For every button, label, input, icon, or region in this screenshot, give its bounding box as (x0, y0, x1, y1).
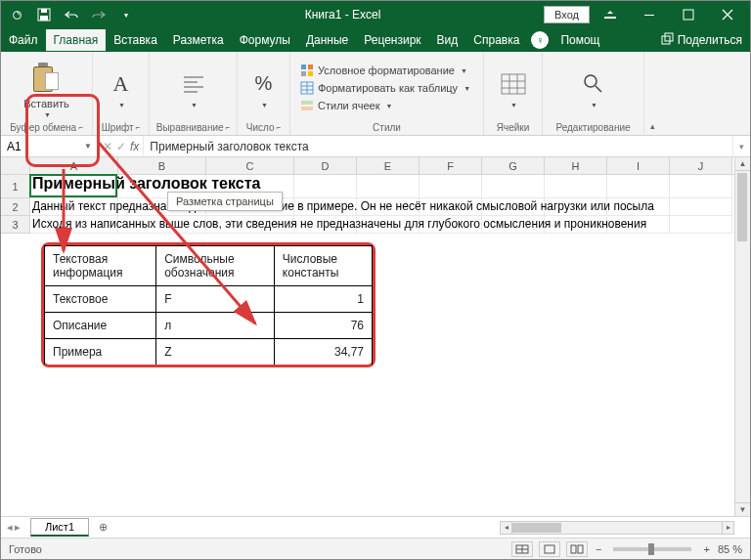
svg-rect-6 (684, 10, 693, 20)
paste-button[interactable]: Вставить ▼ (20, 57, 73, 120)
row-header[interactable]: 1 (1, 175, 30, 198)
sheet-nav[interactable]: ◂▸ (1, 521, 26, 534)
table-cell: Описание (45, 313, 156, 339)
window-title: Книга1 - Excel (142, 8, 544, 22)
tab-insert[interactable]: Вставка (106, 29, 165, 51)
svg-rect-15 (301, 71, 306, 76)
undo-icon[interactable] (62, 5, 81, 24)
horizontal-scrollbar[interactable]: ◂ ▸ (500, 521, 734, 535)
col-header[interactable]: I (607, 157, 670, 174)
alignment-button[interactable]: ▼ (174, 66, 213, 110)
zoom-slider[interactable] (613, 547, 691, 551)
scroll-thumb[interactable] (512, 523, 561, 533)
cell-styles-icon (300, 99, 314, 112)
page-layout-view-button[interactable] (539, 541, 560, 557)
svg-rect-13 (301, 65, 306, 69)
tab-data[interactable]: Данные (298, 29, 356, 51)
name-box[interactable]: A1▼ (1, 136, 99, 156)
col-header[interactable]: H (545, 157, 607, 174)
tab-formulas[interactable]: Формулы (232, 29, 298, 51)
tab-help[interactable]: Справка (465, 29, 527, 51)
row-header[interactable]: 2 (1, 198, 30, 216)
close-button[interactable] (709, 1, 746, 28)
col-header[interactable]: F (420, 157, 482, 174)
svg-rect-5 (644, 15, 654, 16)
chevron-down-icon[interactable]: ▼ (84, 142, 92, 151)
dialog-launcher-icon[interactable]: ⌐ (136, 123, 141, 132)
font-button[interactable]: A▼ (102, 66, 141, 110)
align-icon (178, 68, 209, 100)
tab-review[interactable]: Рецензирк (356, 29, 428, 51)
formula-bar[interactable]: Примерный заголовок текста (144, 136, 732, 156)
login-button[interactable]: Вход (544, 6, 590, 23)
tab-home[interactable]: Главная (46, 29, 107, 51)
col-header[interactable]: A (30, 157, 118, 174)
col-header[interactable]: G (482, 157, 545, 174)
fx-icon[interactable]: fx (130, 140, 139, 153)
qat-dropdown-icon[interactable]: ▾ (116, 5, 136, 24)
svg-rect-22 (301, 107, 313, 110)
page-break-view-button[interactable] (566, 541, 588, 557)
table-header: Текстовая информация (45, 246, 156, 286)
dialog-launcher-icon[interactable]: ⌐ (226, 123, 231, 132)
tab-file[interactable]: Файл (1, 29, 46, 51)
col-header[interactable]: D (294, 157, 357, 174)
scroll-thumb[interactable] (737, 173, 747, 241)
expand-formula-bar-button[interactable]: ▾ (732, 136, 750, 156)
cells-icon (498, 68, 529, 100)
scroll-right-icon[interactable]: ▸ (722, 522, 733, 534)
cell-styles-button[interactable]: Стили ячеек▼ (296, 98, 477, 113)
add-sheet-button[interactable]: ⊕ (93, 518, 112, 538)
cells-button[interactable]: ▼ (494, 66, 533, 110)
svg-rect-4 (604, 17, 616, 19)
tab-tellme[interactable]: Помощ (552, 29, 607, 51)
col-header[interactable]: E (357, 157, 420, 174)
select-all-corner[interactable] (1, 157, 30, 174)
minimize-button[interactable] (631, 1, 668, 28)
table-cell: 76 (274, 313, 372, 339)
col-header[interactable]: J (670, 157, 732, 174)
tab-layout[interactable]: Разметка (165, 29, 232, 51)
svg-rect-37 (578, 545, 583, 553)
table-cell: F (156, 286, 275, 313)
share-button[interactable]: Поделиться (652, 32, 750, 49)
scroll-up-icon[interactable]: ▲ (735, 157, 750, 171)
dialog-launcher-icon[interactable]: ⌐ (277, 123, 282, 132)
normal-view-button[interactable] (511, 541, 533, 557)
conditional-formatting-button[interactable]: Условное форматирование▼ (296, 63, 477, 78)
col-header[interactable]: C (206, 157, 294, 174)
number-button[interactable]: %▼ (244, 66, 284, 110)
row-header[interactable]: 3 (1, 216, 30, 234)
zoom-level[interactable]: 85 % (718, 543, 742, 555)
svg-rect-36 (571, 545, 576, 553)
sheet-tab[interactable]: Лист1 (30, 518, 89, 537)
svg-rect-23 (502, 74, 525, 94)
enter-formula-icon[interactable]: ✓ (116, 140, 126, 153)
cell-a2: Данный текст предназначен для использова… (32, 199, 654, 213)
status-ready: Готово (9, 543, 42, 555)
editing-button[interactable]: ▼ (574, 66, 613, 110)
vertical-scrollbar[interactable]: ▲ ▼ (734, 157, 750, 516)
ribbon-options-icon[interactable] (592, 1, 629, 28)
tab-view[interactable]: Вид (429, 29, 466, 51)
cells-area[interactable]: Примерный заголовок текста Данный текст … (30, 175, 750, 234)
svg-rect-21 (301, 101, 313, 105)
scroll-left-icon[interactable]: ◂ (501, 522, 512, 534)
redo-icon[interactable] (89, 5, 109, 24)
share-icon (660, 32, 674, 49)
search-icon (578, 68, 609, 100)
format-as-table-button[interactable]: Форматировать как таблицу▼ (296, 80, 477, 96)
maximize-button[interactable] (670, 1, 707, 28)
scroll-down-icon[interactable]: ▼ (735, 502, 750, 516)
dialog-launcher-icon[interactable]: ⌐ (78, 123, 83, 132)
save-icon[interactable] (34, 5, 54, 24)
zoom-out-button[interactable]: − (594, 543, 603, 555)
autosave-icon[interactable] (7, 5, 26, 24)
collapse-ribbon-button[interactable]: ▴ (644, 52, 660, 135)
zoom-in-button[interactable]: + (701, 543, 711, 555)
col-header[interactable]: B (118, 157, 206, 174)
font-icon: A (106, 68, 137, 100)
cancel-formula-icon[interactable]: ✕ (103, 140, 112, 153)
tellme-icon[interactable]: ♀ (531, 31, 549, 49)
svg-rect-16 (308, 71, 313, 76)
